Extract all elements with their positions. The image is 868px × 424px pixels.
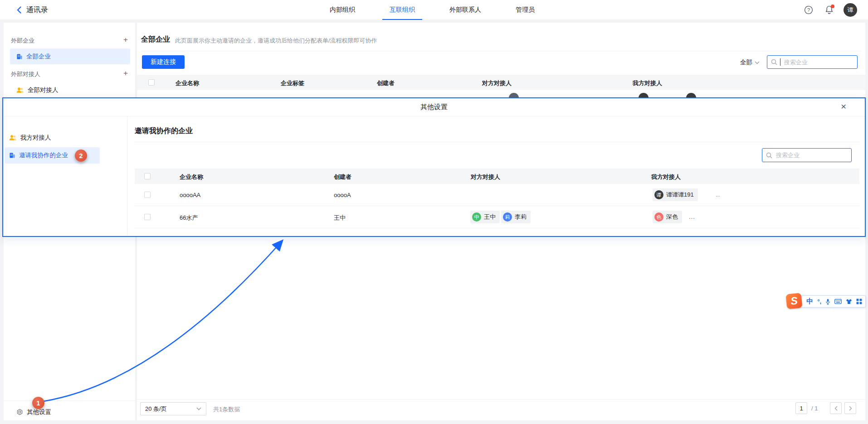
modal-search-enterprise-input[interactable] <box>775 151 848 159</box>
contact-tag[interactable]: 谭 谭谭谭191 <box>653 188 698 201</box>
step-badge-2: 2 <box>75 149 87 162</box>
page-size-select[interactable]: 20 条/页 <box>140 402 206 415</box>
column-enterprise-tag: 企业标签 <box>281 79 304 87</box>
column-our-contact: 我方对接人 <box>651 173 681 181</box>
total-count: 共1条数据 <box>213 405 240 414</box>
building-icon <box>16 53 23 60</box>
filter-label: 全部 <box>740 58 752 67</box>
search-icon <box>771 59 777 65</box>
new-connection-button[interactable]: 新建连接 <box>142 55 185 69</box>
notification-dot <box>831 5 834 8</box>
contact-name: 谭谭谭191 <box>666 191 694 199</box>
ime-mic-icon[interactable] <box>825 299 830 305</box>
filter-dropdown[interactable]: 全部 <box>740 58 760 67</box>
sidebar-item-label: 全部企业 <box>26 53 51 61</box>
sidebar-footer-divider <box>4 400 135 401</box>
search-enterprise-input[interactable] <box>783 58 853 66</box>
row-checkbox[interactable] <box>144 192 151 198</box>
modal-title: 其他设置 <box>3 103 865 111</box>
sidebar-item-label: 全部对接人 <box>28 86 59 94</box>
tab-external-contacts[interactable]: 外部联系人 <box>449 6 481 14</box>
search-input[interactable] <box>767 55 858 69</box>
modal-heading-divider <box>134 142 859 142</box>
ime-punctuation-icon[interactable]: °, <box>817 298 821 305</box>
other-settings-modal: 其他设置 × 我方对接人 邀请我协作的企业 2 邀请我协作的企业 <box>2 97 866 237</box>
modal-nav-label: 我方对接人 <box>20 134 51 142</box>
back-icon[interactable] <box>16 6 22 14</box>
divider <box>141 51 861 51</box>
search-icon <box>766 152 772 159</box>
table-row <box>137 90 865 98</box>
footer-divider <box>137 399 865 400</box>
current-page-box[interactable]: 1 <box>795 402 807 414</box>
column-creator: 创建者 <box>377 79 395 87</box>
gear-icon <box>16 409 23 415</box>
table-row: 66水产 王中 中 王中 莉 李莉 色 深色 ... <box>135 206 859 228</box>
modal-sidebar-divider <box>127 116 127 236</box>
tab-internal-org[interactable]: 内部组织 <box>330 6 355 14</box>
ime-chinese-mode[interactable]: 中 <box>806 297 813 306</box>
chevron-down-icon <box>196 407 201 410</box>
column-their-contact: 对方对接人 <box>471 173 500 181</box>
ime-keyboard-icon[interactable] <box>834 299 842 304</box>
contact-tag[interactable]: 色 深色 <box>653 211 682 223</box>
bell-icon[interactable] <box>824 5 834 14</box>
close-icon[interactable]: × <box>841 101 846 111</box>
sidebar-group-external-enterprise: 外部企业 <box>11 37 34 45</box>
svg-text:?: ? <box>807 7 810 13</box>
add-external-enterprise-button[interactable]: + <box>123 36 128 43</box>
add-external-contact-button[interactable]: + <box>123 69 128 77</box>
ime-skin-icon[interactable] <box>846 299 852 304</box>
modal-table-header: 企业名称 创建者 对方对接人 我方对接人 <box>135 169 859 184</box>
sidebar-item-all-enterprises[interactable]: 全部企业 <box>10 48 130 64</box>
page-total: / 1 <box>811 405 818 412</box>
page-size-value: 20 条/页 <box>145 405 167 413</box>
more-indicator[interactable]: ... <box>689 213 695 220</box>
sidebar-item-label: 其他设置 <box>27 408 51 416</box>
contact-tag[interactable]: 莉 李莉 <box>501 211 531 223</box>
column-enterprise-name: 企业名称 <box>180 173 203 181</box>
ime-toolbox-icon[interactable] <box>856 299 862 304</box>
prev-page-button[interactable] <box>830 402 842 414</box>
more-indicator[interactable]: .. <box>716 191 720 198</box>
column-enterprise-name: 企业名称 <box>176 79 199 87</box>
user-avatar[interactable]: 谭 <box>844 3 857 17</box>
header-tabs: 内部组织 互联组织 外部联系人 管理员 <box>330 0 535 20</box>
modal-title-divider <box>3 116 865 116</box>
contact-name: 李莉 <box>515 213 527 221</box>
select-all-checkbox[interactable] <box>148 79 155 86</box>
step-badge-1: 1 <box>32 397 44 409</box>
contact-name: 深色 <box>666 213 678 221</box>
chevron-down-icon <box>755 61 760 64</box>
table-row: ooooAA ooooA 谭 谭谭谭191 .. <box>135 184 859 206</box>
contact-name: 王中 <box>484 213 496 221</box>
row-checkbox[interactable] <box>144 214 151 220</box>
modal-search-input[interactable] <box>762 148 852 162</box>
sogou-logo[interactable]: S <box>785 293 802 309</box>
tab-connected-org[interactable]: 互联组织 <box>390 6 415 14</box>
next-page-button[interactable] <box>844 402 856 414</box>
contact-avatar: 中 <box>472 212 481 222</box>
people-icon <box>16 87 24 93</box>
modal-nav-our-contacts[interactable]: 我方对接人 <box>5 131 100 145</box>
cell-creator: 王中 <box>334 214 346 222</box>
text-cursor <box>780 58 780 66</box>
cell-creator: ooooA <box>334 192 351 198</box>
app-title: 通讯录 <box>26 5 48 15</box>
cell-enterprise-name: 66水产 <box>180 214 198 222</box>
sidebar-item-other-settings[interactable]: 其他设置 <box>10 404 130 420</box>
modal-nav-label: 邀请我协作的企业 <box>19 151 68 159</box>
building-icon <box>9 152 15 159</box>
sidebar-item-all-contacts[interactable]: 全部对接人 <box>10 82 130 98</box>
contact-tag[interactable]: 中 王中 <box>470 211 500 223</box>
page: 通讯录 内部组织 互联组织 外部联系人 管理员 ? 谭 外部企业 + 全部企业 … <box>0 0 868 424</box>
column-their-contact: 对方对接人 <box>482 79 512 87</box>
column-creator: 创建者 <box>334 173 351 181</box>
tab-admin[interactable]: 管理员 <box>516 6 535 14</box>
help-icon[interactable]: ? <box>804 5 813 14</box>
contact-avatar: 色 <box>654 212 663 222</box>
contact-avatar: 莉 <box>503 212 512 222</box>
modal-select-all-checkbox[interactable] <box>144 173 151 179</box>
row-divider <box>135 228 859 228</box>
top-header: 通讯录 内部组织 互联组织 外部联系人 管理员 ? 谭 <box>0 0 868 20</box>
